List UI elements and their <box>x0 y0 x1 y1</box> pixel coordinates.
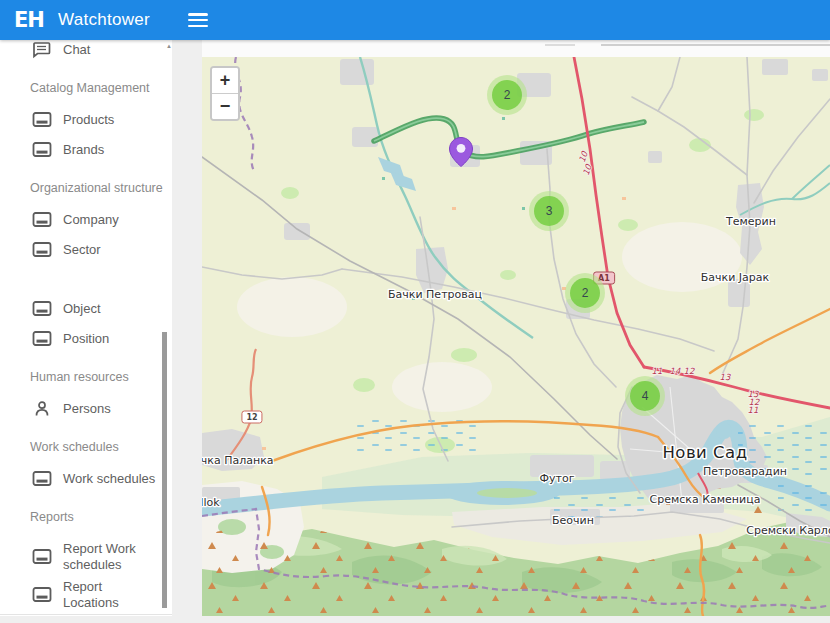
sidebar-item-brands[interactable]: Brands <box>0 135 172 165</box>
sidebar-item-products[interactable]: Products <box>0 105 172 135</box>
map-pin-marker[interactable] <box>449 137 473 167</box>
map-zoom-control: + − <box>210 66 240 121</box>
panel-icon <box>32 141 52 159</box>
sidebar-item-chat[interactable]: Chat <box>0 40 172 65</box>
sidebar-item-work-schedules[interactable]: Work schedules <box>0 464 172 494</box>
map-tiles: 10 10 11 14 12 13 13 12 11 Бачки Петрова… <box>202 57 830 616</box>
sidebar-item-label: Chat <box>63 42 90 58</box>
marker-cluster[interactable]: 2 <box>565 273 605 313</box>
svg-text:13: 13 <box>720 372 731 382</box>
label-sremski-karlovci: Сремски Карловци <box>746 524 830 537</box>
sidebar-item-report-locations[interactable]: Report Locations <box>0 580 172 610</box>
map-river-island <box>477 488 537 498</box>
sidebar-item-sector[interactable]: Sector <box>0 235 172 265</box>
label-backi-petrovac: Бачки Петровац <box>388 288 482 301</box>
map-river-bend <box>716 423 732 439</box>
panel-icon <box>32 330 52 348</box>
sidebar-item-position[interactable]: Position <box>0 324 172 354</box>
sidebar-section-reports: Reports <box>0 494 172 534</box>
panel-icon <box>32 300 52 318</box>
cluster-count: 2 <box>492 80 522 110</box>
sidebar-item-label: Products <box>63 112 114 128</box>
sidebar-item-persons[interactable]: Persons <box>0 394 172 424</box>
sidebar-spacer <box>0 265 172 294</box>
sidebar-scrollbar[interactable] <box>162 332 167 608</box>
sidebar-item-object[interactable]: Object <box>0 294 172 324</box>
svg-text:11: 11 <box>652 366 663 376</box>
label-backa-palanka: Бачка Паланка <box>202 454 274 467</box>
marker-cluster[interactable]: 2 <box>487 75 527 115</box>
sidebar-item-label: Brands <box>63 142 104 158</box>
label-temerin: Темерин <box>725 215 776 228</box>
sidebar-item-label: Sector <box>63 242 101 258</box>
app-header: EH Watchtower <box>0 0 830 40</box>
sidebar-divider <box>0 614 172 615</box>
sidebar-item-label: Work schedules <box>63 471 155 487</box>
label-beocin: Беочин <box>552 514 594 527</box>
sidebar-item-label: Report Work schedules <box>63 541 159 573</box>
label-novi-sad: Нови Сад <box>662 443 747 462</box>
cluster-count: 3 <box>534 196 564 226</box>
cluster-count: 2 <box>570 278 600 308</box>
svg-text:12: 12 <box>684 366 695 376</box>
svg-text:14: 14 <box>670 366 681 376</box>
panel-edge-line <box>601 44 830 46</box>
sidebar-nav: Chat Catalog Management Products Brands … <box>0 40 172 616</box>
label-ilok: Ilok <box>202 496 220 509</box>
sidebar-item-label: Position <box>63 331 109 347</box>
sidebar-item-label: Object <box>63 301 101 317</box>
map-container[interactable]: 10 10 11 14 12 13 13 12 11 Бачки Петрова… <box>202 57 830 616</box>
sidebar-item-label: Persons <box>63 401 111 417</box>
label-backi-jarak: Бачки Јарак <box>701 271 770 284</box>
sidebar-item-report-work-schedules[interactable]: Report Work schedules <box>0 534 172 580</box>
sidebar-section-work-schedules: Work schedules <box>0 424 172 464</box>
sidebar-section-org: Organizational structure <box>0 165 172 205</box>
person-icon <box>32 400 52 418</box>
zoom-in-button[interactable]: + <box>212 68 238 94</box>
sidebar-section-catalog: Catalog Management <box>0 65 172 105</box>
hamburger-menu-icon[interactable] <box>188 13 208 27</box>
label-petrovaradin: Петроварадин <box>703 465 787 478</box>
zoom-out-button[interactable]: − <box>212 94 238 119</box>
panel-icon <box>32 470 52 488</box>
panel-icon <box>32 548 52 566</box>
sidebar-item-label: Report Locations <box>63 579 159 611</box>
svg-text:11: 11 <box>748 405 759 415</box>
app-title: Watchtower <box>58 10 150 30</box>
marker-cluster[interactable]: 4 <box>625 376 665 416</box>
content-top-strip <box>202 40 830 57</box>
cluster-count: 4 <box>630 381 660 411</box>
sidebar-section-hr: Human resources <box>0 354 172 394</box>
scrollbar-up-arrow[interactable]: ▲ <box>166 43 172 49</box>
panel-icon <box>32 211 52 229</box>
marker-cluster[interactable]: 3 <box>529 191 569 231</box>
panel-edge-line <box>545 44 575 46</box>
label-sremska-kamenica: Сремска Каменица <box>650 493 761 506</box>
app-logo: EH <box>14 8 44 32</box>
sidebar-item-label: Company <box>63 212 119 228</box>
road-badge-12: 12 <box>241 411 262 424</box>
panel-icon <box>32 241 52 259</box>
chat-icon <box>32 41 52 59</box>
sidebar-item-company[interactable]: Company <box>0 205 172 235</box>
panel-icon <box>32 111 52 129</box>
panel-icon <box>32 586 52 604</box>
label-futog: Футог <box>540 472 575 485</box>
